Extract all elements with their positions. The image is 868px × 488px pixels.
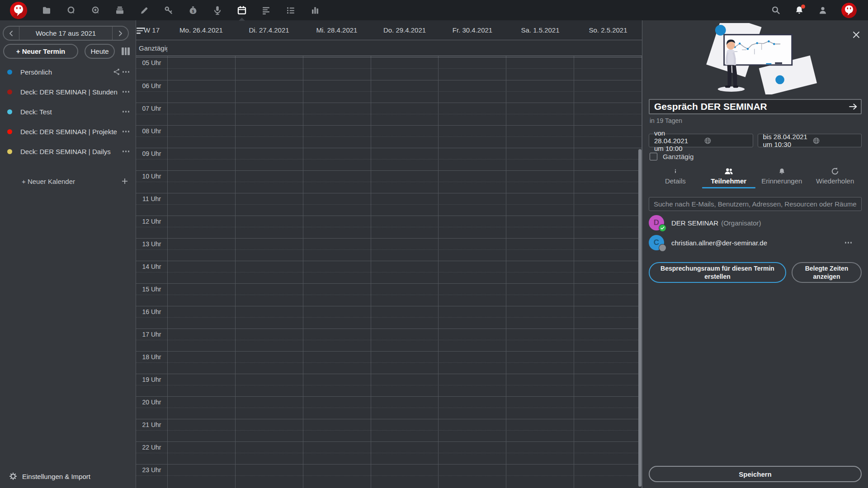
half-hour-line	[136, 272, 642, 272]
sidebar-resize-handle-icon[interactable]	[137, 28, 145, 34]
new-event-button[interactable]: + Neuer Termin	[3, 44, 78, 59]
allday-cell[interactable]	[574, 40, 642, 56]
next-week-button[interactable]	[113, 27, 128, 40]
attendee-search-row	[649, 197, 862, 211]
calendar-menu-icon[interactable]	[123, 150, 130, 152]
hour-row[interactable]: 14 Uhr	[136, 261, 642, 283]
end-date-button[interactable]: bis 28.04.2021 um 10:30	[758, 134, 862, 147]
calendar-menu-icon[interactable]	[123, 91, 130, 93]
calendar-list-item[interactable]: Deck: DER SEMINAR | Dailys	[0, 141, 136, 161]
talk-icon[interactable]	[66, 5, 76, 15]
hour-label: 18 Uhr	[136, 353, 167, 361]
half-hour-line	[136, 68, 642, 69]
week-view-icon[interactable]	[122, 47, 130, 55]
today-button[interactable]: Heute	[85, 44, 115, 59]
calendar-menu-icon[interactable]	[123, 111, 130, 113]
hour-row[interactable]: 19 Uhr	[136, 374, 642, 396]
day-header[interactable]: Mo. 26.4.2021	[167, 20, 235, 40]
timezone-globe-icon	[699, 137, 749, 145]
hour-row[interactable]: 09 Uhr	[136, 148, 642, 170]
tasks-icon[interactable]	[286, 5, 296, 15]
user-avatar[interactable]	[841, 3, 857, 18]
tab-teilnehmer[interactable]: Teilnehmer	[702, 167, 755, 188]
allday-cell[interactable]	[506, 40, 574, 56]
hour-row[interactable]: 18 Uhr	[136, 351, 642, 374]
allday-cell[interactable]	[303, 40, 371, 56]
half-hour-line	[136, 159, 642, 160]
hour-row[interactable]: 07 Uhr	[136, 103, 642, 125]
calendar-list-item[interactable]: Deck: DER SEMINAR | Projekte	[0, 122, 136, 141]
event-title-input[interactable]	[649, 99, 862, 114]
allday-cell[interactable]	[167, 40, 235, 56]
hour-row[interactable]: 21 Uhr	[136, 419, 642, 441]
new-calendar-label: + Neuer Kalender	[22, 178, 75, 185]
attendee-search-input[interactable]	[649, 197, 862, 211]
create-talk-room-button[interactable]: Besprechungsraum für diesen Termin erste…	[649, 262, 786, 283]
calendar-list-item[interactable]: Deck: DER SEMINAR | Stunden	[0, 82, 136, 102]
allday-cell[interactable]	[371, 40, 439, 56]
hour-row[interactable]: 08 Uhr	[136, 125, 642, 148]
tab-label: Details	[665, 177, 686, 185]
tab-wiederholen[interactable]: Wiederholen	[808, 167, 862, 188]
hour-row[interactable]: 20 Uhr	[136, 396, 642, 419]
hour-row[interactable]: 05 Uhr	[136, 57, 642, 80]
allday-row[interactable]: Ganztägig	[136, 40, 642, 56]
calendar-menu-icon[interactable]	[123, 131, 130, 132]
day-header[interactable]: Do. 29.4.2021	[371, 20, 439, 40]
calendar-icon[interactable]	[237, 5, 247, 15]
hour-row[interactable]: 11 Uhr	[136, 193, 642, 216]
pencil-icon[interactable]	[139, 5, 149, 15]
hour-row[interactable]: 16 Uhr	[136, 306, 642, 328]
text-icon[interactable]	[261, 5, 271, 15]
half-hour-line	[136, 114, 642, 114]
nextcloud-logo[interactable]	[10, 2, 27, 19]
files-icon[interactable]	[42, 5, 52, 15]
hour-row[interactable]: 17 Uhr	[136, 328, 642, 351]
key-icon[interactable]	[164, 5, 174, 15]
notifications-bell-icon[interactable]	[794, 5, 804, 15]
start-date-button[interactable]: von 28.04.2021 um 10:00	[649, 134, 753, 147]
new-calendar-button[interactable]: + Neuer Kalender	[0, 171, 136, 191]
hour-row[interactable]: 10 Uhr	[136, 170, 642, 193]
hour-label: 19 Uhr	[136, 376, 167, 383]
hour-row[interactable]: 13 Uhr	[136, 238, 642, 261]
calendar-menu-icon[interactable]	[123, 71, 130, 73]
hour-row[interactable]: 23 Uhr	[136, 464, 642, 487]
arrow-right-icon[interactable]	[848, 102, 858, 112]
sidebar-actions: + Neuer Termin Heute	[3, 44, 136, 59]
hour-row[interactable]: 15 Uhr	[136, 283, 642, 306]
week-navigation: Woche 17 aus 2021	[3, 26, 129, 41]
tab-details[interactable]: Details	[649, 167, 702, 188]
money-bag-icon[interactable]: $	[188, 5, 198, 15]
tab-erinnerungen[interactable]: Erinnerungen	[755, 167, 809, 188]
hour-grid[interactable]: 05 Uhr06 Uhr07 Uhr08 Uhr09 Uhr10 Uhr11 U…	[136, 57, 642, 487]
hour-row[interactable]: 06 Uhr	[136, 80, 642, 103]
allday-checkbox[interactable]	[650, 153, 657, 160]
deck-icon[interactable]	[115, 5, 125, 15]
day-header[interactable]: Di. 27.4.2021	[235, 20, 303, 40]
allday-cell[interactable]	[439, 40, 506, 56]
analytics-icon[interactable]	[310, 5, 320, 15]
settings-import-button[interactable]: Einstellungen & Import	[0, 468, 136, 484]
search-icon[interactable]	[771, 5, 781, 15]
day-header[interactable]: Mi. 28.4.2021	[303, 20, 371, 40]
hour-row[interactable]: 12 Uhr	[136, 216, 642, 238]
event-date-row: von 28.04.2021 um 10:00 bis 28.04.2021 u…	[649, 134, 862, 147]
microphone-icon[interactable]	[212, 5, 222, 15]
previous-week-button[interactable]	[4, 27, 19, 40]
day-header[interactable]: Fr. 30.4.2021	[439, 20, 506, 40]
calendar-list-item[interactable]: Deck: Test	[0, 102, 136, 122]
calendar-list-item[interactable]: Persönlich	[0, 62, 136, 82]
save-button[interactable]: Speichern	[649, 466, 862, 482]
day-header[interactable]: Sa. 1.5.2021	[506, 20, 574, 40]
accepted-badge-icon	[659, 225, 666, 231]
grid-scrollbar[interactable]	[638, 149, 642, 487]
contacts-icon[interactable]	[818, 5, 828, 15]
hour-row[interactable]: 22 Uhr	[136, 441, 642, 464]
search-plus-icon[interactable]	[90, 5, 100, 15]
day-header[interactable]: So. 2.5.2021	[574, 20, 642, 40]
allday-cell[interactable]	[235, 40, 303, 56]
show-busy-times-button[interactable]: Belegte Zeiten anzeigen	[792, 262, 862, 283]
share-icon[interactable]	[111, 68, 123, 76]
attendee-menu-icon[interactable]	[845, 242, 856, 244]
